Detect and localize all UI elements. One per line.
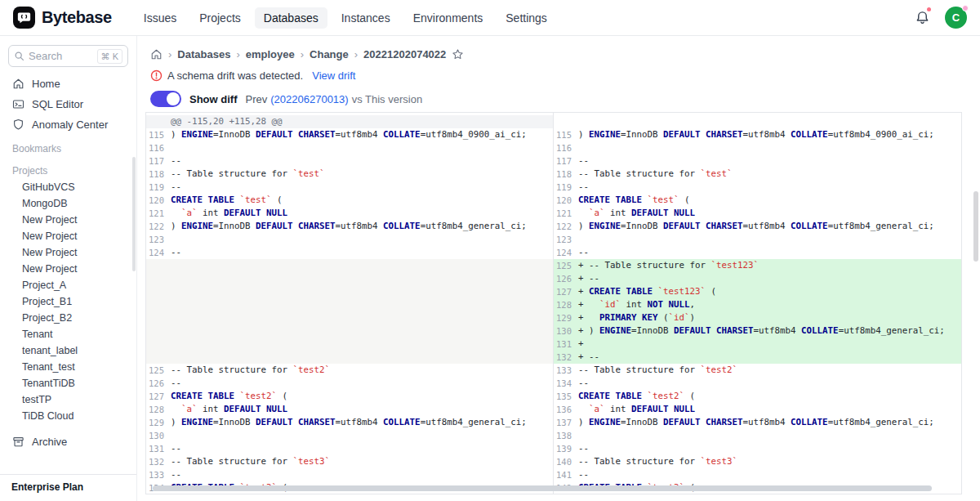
line-number: 130 [554,324,578,338]
breadcrumb-item[interactable]: 20221202074022 [363,48,446,60]
sidebar-project-item[interactable]: Project_B1 [0,293,136,310]
schema-diff-view: @@ -115,20 +115,28 @@115) ENGINE=InnoDB … [145,112,962,494]
diff-code-row: 138 [554,429,961,442]
plan-label: Enterprise Plan [0,474,136,501]
sidebar-project-item[interactable]: MongoDB [0,195,136,212]
view-drift-link[interactable]: View drift [312,69,355,82]
line-number: 118 [554,168,578,181]
line-number: 119 [554,181,578,194]
breadcrumb-home-icon[interactable] [150,48,163,60]
code-line: + ) ENGINE=InnoDB DEFAULT CHARSET=utf8mb… [578,324,961,338]
line-number: 138 [554,429,578,442]
nav-item-environments[interactable]: Environments [404,7,492,29]
line-number: 123 [554,233,578,246]
bytebase-logo[interactable]: Bytebase [13,7,112,29]
diff-pane-current: 115) ENGINE=InnoDB DEFAULT CHARSET=utf8m… [554,113,961,494]
diff-code-row: 117-- [146,154,553,168]
line-number: 136 [554,403,578,416]
sidebar-item-archive[interactable]: Archive [0,432,136,452]
breadcrumb-separator: › [168,48,172,60]
line-number: 122 [146,220,171,233]
notifications-bell-icon[interactable] [915,10,930,25]
search-placeholder: Search [29,50,93,62]
diff-code-row: 129) ENGINE=InnoDB DEFAULT CHARSET=utf8m… [146,416,553,429]
sidebar-item-home[interactable]: Home [0,74,136,94]
diff-code-row: 131-- [146,442,553,455]
line-number: 137 [554,416,578,429]
diff-added-row: 129+ PRIMARY KEY (`id`) [554,311,961,324]
line-number: 124 [146,246,171,259]
code-line [171,298,553,311]
code-line: ) ENGINE=InnoDB DEFAULT CHARSET=utf8mb4 … [578,128,961,141]
sidebar-project-item[interactable]: New Project [0,261,136,277]
code-line [578,115,961,128]
search-input[interactable]: Search ⌘ K [8,45,128,67]
nav-item-settings[interactable]: Settings [497,7,556,29]
sidebar-project-item[interactable]: Tenant [0,326,136,342]
bookmark-star-icon[interactable] [452,48,464,60]
sidebar-project-item[interactable]: New Project [0,212,136,228]
diff-code-row: 118-- Table structure for `test` [554,168,961,181]
nav-item-issues[interactable]: Issues [135,7,185,29]
nav-item-databases[interactable]: Databases [255,7,327,29]
diff-code-row: 133-- Table structure for `test2` [554,364,961,377]
sidebar-project-item[interactable]: TiDB Cloud [0,408,136,424]
sidebar-item-label: Archive [32,436,67,448]
code-line: @@ -115,20 +115,28 @@ [171,115,553,128]
breadcrumb-item[interactable]: Change [310,48,349,60]
code-line [171,351,553,364]
code-line: -- [578,154,961,168]
line-number [146,338,171,351]
sidebar-item-anomaly-center[interactable]: Anomaly Center [0,114,136,135]
sidebar-project-item[interactable]: New Project [0,244,136,261]
code-line [578,141,961,154]
breadcrumb-item[interactable]: Databases [177,48,230,60]
vertical-scrollbar[interactable] [973,191,978,262]
line-number: 133 [146,468,171,481]
horizontal-scrollbar[interactable] [153,485,932,491]
show-diff-toggle[interactable] [150,91,181,107]
breadcrumb-items: ›Databases›employee›Change›2022120207402… [168,48,446,60]
line-number [146,259,171,272]
avatar[interactable]: C [945,7,967,29]
avatar-status-dot [962,5,969,11]
home-icon [12,78,24,90]
breadcrumb-item[interactable]: employee [246,48,295,60]
line-number: 118 [146,168,171,181]
diff-code-row: 130 [146,429,553,442]
code-line [578,233,961,246]
sidebar-project-item[interactable]: tenant_label [0,342,136,359]
diff-code-row: 122) ENGINE=InnoDB DEFAULT CHARSET=utf8m… [554,220,961,233]
code-line [171,259,553,272]
line-number: 129 [146,416,171,429]
sidebar-project-item[interactable]: Tenant_test [0,359,136,375]
sidebar-project-item[interactable]: Project_B2 [0,310,136,326]
sidebar-project-item[interactable]: testTP [0,391,136,408]
shield-icon [12,119,24,131]
prev-version-link[interactable]: (202206270013) [270,93,348,105]
breadcrumb-separator: › [301,48,304,60]
sidebar-project-item[interactable]: GitHubVCS [0,179,136,195]
code-line: -- [171,181,553,194]
diff-code-row: 117-- [554,154,961,168]
breadcrumb: ›Databases›employee›Change›2022120207402… [150,48,967,60]
sidebar-item-sql-editor[interactable]: SQL Editor [0,94,136,114]
toggle-knob [167,92,180,105]
line-number: 132 [146,455,171,468]
code-line: -- [171,377,553,390]
sidebar-scrollbar[interactable] [132,157,136,271]
diff-code-row: 116 [146,141,553,154]
code-line: `a` int DEFAULT NULL [171,403,553,416]
notification-dot [927,7,931,11]
sidebar-project-item[interactable]: TenantTiDB [0,375,136,391]
code-line: CREATE TABLE `test` ( [578,194,961,207]
vs-this-version-label: vs This version [352,93,422,105]
main-nav: IssuesProjectsDatabasesInstancesEnvironm… [135,7,556,29]
code-line: -- [578,181,961,194]
nav-item-instances[interactable]: Instances [332,7,399,29]
sidebar-project-item[interactable]: New Project [0,228,136,244]
code-line: -- Table structure for `test` [578,168,961,181]
sidebar-project-item[interactable]: Project_A [0,277,136,293]
nav-item-projects[interactable]: Projects [190,7,250,29]
line-number: 134 [554,377,578,390]
